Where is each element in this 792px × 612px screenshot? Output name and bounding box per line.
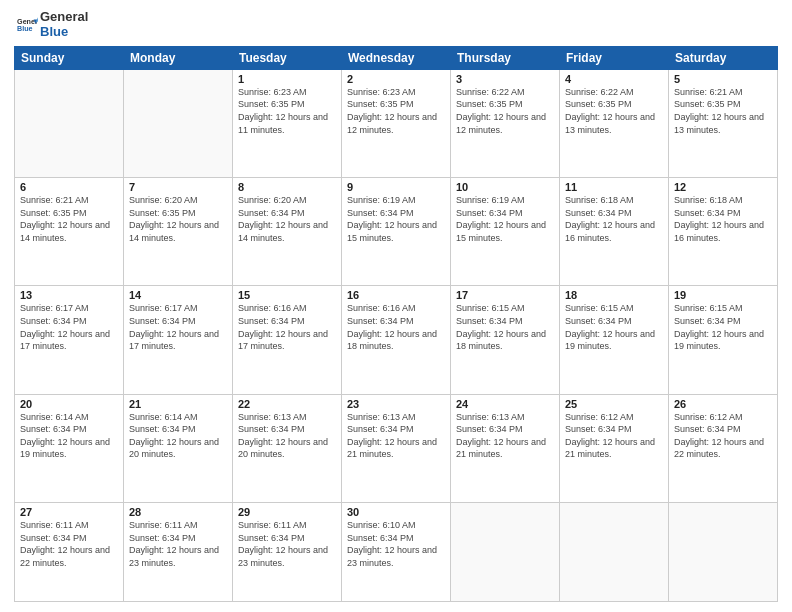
calendar-cell: 22Sunrise: 6:13 AMSunset: 6:34 PMDayligh… [233, 394, 342, 502]
day-number: 17 [456, 289, 554, 301]
day-number: 16 [347, 289, 445, 301]
calendar-cell: 21Sunrise: 6:14 AMSunset: 6:34 PMDayligh… [124, 394, 233, 502]
day-number: 24 [456, 398, 554, 410]
calendar-cell: 3Sunrise: 6:22 AMSunset: 6:35 PMDaylight… [451, 69, 560, 177]
weekday-header-row: Sunday Monday Tuesday Wednesday Thursday… [15, 46, 778, 69]
day-number: 13 [20, 289, 118, 301]
day-info: Sunrise: 6:23 AMSunset: 6:35 PMDaylight:… [238, 86, 336, 136]
day-number: 11 [565, 181, 663, 193]
calendar-cell: 12Sunrise: 6:18 AMSunset: 6:34 PMDayligh… [669, 178, 778, 286]
calendar-cell: 7Sunrise: 6:20 AMSunset: 6:35 PMDaylight… [124, 178, 233, 286]
logo-blue-text: Blue [40, 25, 88, 40]
header-friday: Friday [560, 46, 669, 69]
day-info: Sunrise: 6:21 AMSunset: 6:35 PMDaylight:… [20, 194, 118, 244]
day-info: Sunrise: 6:11 AMSunset: 6:34 PMDaylight:… [20, 519, 118, 569]
day-info: Sunrise: 6:15 AMSunset: 6:34 PMDaylight:… [456, 302, 554, 352]
calendar-cell: 23Sunrise: 6:13 AMSunset: 6:34 PMDayligh… [342, 394, 451, 502]
logo-general-text: General [40, 10, 88, 25]
calendar-cell: 15Sunrise: 6:16 AMSunset: 6:34 PMDayligh… [233, 286, 342, 394]
day-info: Sunrise: 6:19 AMSunset: 6:34 PMDaylight:… [347, 194, 445, 244]
day-number: 3 [456, 73, 554, 85]
day-info: Sunrise: 6:19 AMSunset: 6:34 PMDaylight:… [456, 194, 554, 244]
day-number: 30 [347, 506, 445, 518]
calendar-cell: 25Sunrise: 6:12 AMSunset: 6:34 PMDayligh… [560, 394, 669, 502]
calendar-cell [560, 502, 669, 601]
calendar-cell: 20Sunrise: 6:14 AMSunset: 6:34 PMDayligh… [15, 394, 124, 502]
day-number: 6 [20, 181, 118, 193]
logo-icon: General Blue [16, 14, 38, 36]
day-info: Sunrise: 6:16 AMSunset: 6:34 PMDaylight:… [347, 302, 445, 352]
day-info: Sunrise: 6:23 AMSunset: 6:35 PMDaylight:… [347, 86, 445, 136]
calendar-cell [15, 69, 124, 177]
header-saturday: Saturday [669, 46, 778, 69]
day-number: 27 [20, 506, 118, 518]
day-info: Sunrise: 6:17 AMSunset: 6:34 PMDaylight:… [129, 302, 227, 352]
page-header: General Blue General Blue [14, 10, 778, 40]
day-number: 2 [347, 73, 445, 85]
calendar-week-row: 1Sunrise: 6:23 AMSunset: 6:35 PMDaylight… [15, 69, 778, 177]
day-info: Sunrise: 6:22 AMSunset: 6:35 PMDaylight:… [565, 86, 663, 136]
calendar-cell [451, 502, 560, 601]
calendar-cell: 1Sunrise: 6:23 AMSunset: 6:35 PMDaylight… [233, 69, 342, 177]
day-number: 18 [565, 289, 663, 301]
calendar-cell: 26Sunrise: 6:12 AMSunset: 6:34 PMDayligh… [669, 394, 778, 502]
calendar-cell: 8Sunrise: 6:20 AMSunset: 6:34 PMDaylight… [233, 178, 342, 286]
day-number: 1 [238, 73, 336, 85]
day-info: Sunrise: 6:15 AMSunset: 6:34 PMDaylight:… [674, 302, 772, 352]
calendar-cell: 17Sunrise: 6:15 AMSunset: 6:34 PMDayligh… [451, 286, 560, 394]
calendar-cell: 10Sunrise: 6:19 AMSunset: 6:34 PMDayligh… [451, 178, 560, 286]
day-info: Sunrise: 6:13 AMSunset: 6:34 PMDaylight:… [238, 411, 336, 461]
day-number: 12 [674, 181, 772, 193]
day-info: Sunrise: 6:14 AMSunset: 6:34 PMDaylight:… [129, 411, 227, 461]
day-info: Sunrise: 6:17 AMSunset: 6:34 PMDaylight:… [20, 302, 118, 352]
calendar-week-row: 13Sunrise: 6:17 AMSunset: 6:34 PMDayligh… [15, 286, 778, 394]
calendar-cell: 11Sunrise: 6:18 AMSunset: 6:34 PMDayligh… [560, 178, 669, 286]
day-info: Sunrise: 6:11 AMSunset: 6:34 PMDaylight:… [129, 519, 227, 569]
calendar-cell: 28Sunrise: 6:11 AMSunset: 6:34 PMDayligh… [124, 502, 233, 601]
day-number: 10 [456, 181, 554, 193]
day-number: 23 [347, 398, 445, 410]
header-thursday: Thursday [451, 46, 560, 69]
day-number: 29 [238, 506, 336, 518]
calendar-cell: 30Sunrise: 6:10 AMSunset: 6:34 PMDayligh… [342, 502, 451, 601]
day-info: Sunrise: 6:13 AMSunset: 6:34 PMDaylight:… [456, 411, 554, 461]
day-number: 22 [238, 398, 336, 410]
day-info: Sunrise: 6:21 AMSunset: 6:35 PMDaylight:… [674, 86, 772, 136]
day-info: Sunrise: 6:11 AMSunset: 6:34 PMDaylight:… [238, 519, 336, 569]
day-number: 14 [129, 289, 227, 301]
day-number: 20 [20, 398, 118, 410]
calendar-week-row: 20Sunrise: 6:14 AMSunset: 6:34 PMDayligh… [15, 394, 778, 502]
header-tuesday: Tuesday [233, 46, 342, 69]
logo: General Blue General Blue [14, 10, 88, 40]
day-number: 5 [674, 73, 772, 85]
calendar-cell: 14Sunrise: 6:17 AMSunset: 6:34 PMDayligh… [124, 286, 233, 394]
day-info: Sunrise: 6:10 AMSunset: 6:34 PMDaylight:… [347, 519, 445, 569]
day-number: 4 [565, 73, 663, 85]
day-info: Sunrise: 6:12 AMSunset: 6:34 PMDaylight:… [674, 411, 772, 461]
day-number: 19 [674, 289, 772, 301]
day-info: Sunrise: 6:18 AMSunset: 6:34 PMDaylight:… [565, 194, 663, 244]
calendar-cell: 18Sunrise: 6:15 AMSunset: 6:34 PMDayligh… [560, 286, 669, 394]
day-number: 9 [347, 181, 445, 193]
calendar-week-row: 27Sunrise: 6:11 AMSunset: 6:34 PMDayligh… [15, 502, 778, 601]
calendar-cell: 6Sunrise: 6:21 AMSunset: 6:35 PMDaylight… [15, 178, 124, 286]
day-number: 8 [238, 181, 336, 193]
calendar-cell: 5Sunrise: 6:21 AMSunset: 6:35 PMDaylight… [669, 69, 778, 177]
calendar-cell: 2Sunrise: 6:23 AMSunset: 6:35 PMDaylight… [342, 69, 451, 177]
day-number: 7 [129, 181, 227, 193]
day-info: Sunrise: 6:12 AMSunset: 6:34 PMDaylight:… [565, 411, 663, 461]
day-info: Sunrise: 6:20 AMSunset: 6:34 PMDaylight:… [238, 194, 336, 244]
calendar-cell: 16Sunrise: 6:16 AMSunset: 6:34 PMDayligh… [342, 286, 451, 394]
calendar-cell [669, 502, 778, 601]
day-info: Sunrise: 6:16 AMSunset: 6:34 PMDaylight:… [238, 302, 336, 352]
calendar-cell: 9Sunrise: 6:19 AMSunset: 6:34 PMDaylight… [342, 178, 451, 286]
header-monday: Monday [124, 46, 233, 69]
calendar-cell: 29Sunrise: 6:11 AMSunset: 6:34 PMDayligh… [233, 502, 342, 601]
calendar-cell: 24Sunrise: 6:13 AMSunset: 6:34 PMDayligh… [451, 394, 560, 502]
calendar-table: Sunday Monday Tuesday Wednesday Thursday… [14, 46, 778, 602]
day-number: 15 [238, 289, 336, 301]
svg-text:Blue: Blue [17, 24, 33, 32]
day-number: 25 [565, 398, 663, 410]
calendar-cell: 27Sunrise: 6:11 AMSunset: 6:34 PMDayligh… [15, 502, 124, 601]
calendar-cell [124, 69, 233, 177]
